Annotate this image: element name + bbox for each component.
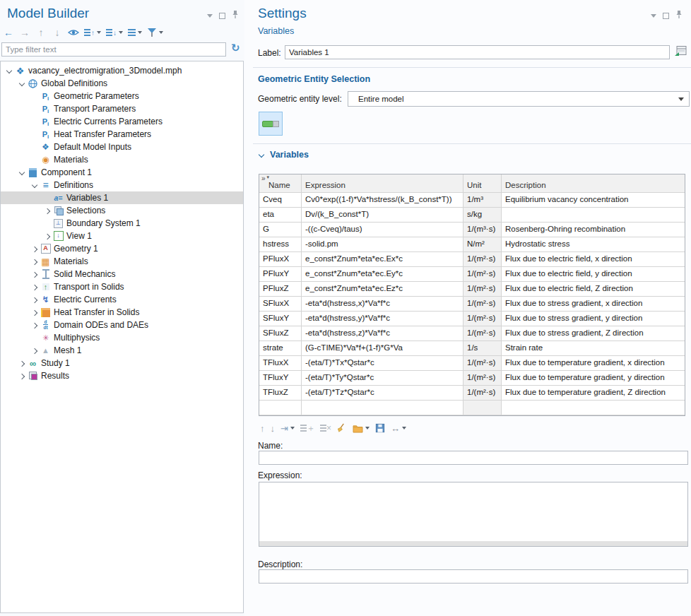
table-cell-description[interactable]: Flux due to stress gradient, x direction xyxy=(502,297,685,312)
tree-item-heat-transfer-parameters[interactable]: Heat Transfer Parameters xyxy=(1,128,243,141)
table-cell-name[interactable]: SFluxX xyxy=(259,297,302,312)
tree-item-study-1[interactable]: Study 1 xyxy=(1,357,243,369)
tree-item-geometric-parameters[interactable]: Geometric Parameters xyxy=(1,90,243,102)
add-row-icon[interactable]: ＋ xyxy=(300,422,314,434)
collapse-toggle-icon[interactable] xyxy=(18,166,27,179)
collapse-toggle-icon[interactable] xyxy=(5,64,14,77)
table-cell-description[interactable]: Flux due to electric field, Z direction xyxy=(502,282,685,297)
table-cell-name[interactable]: eta xyxy=(259,208,302,223)
table-cell-expression[interactable]: (G-cTIME)*Va*f+(1-f)*G*Va xyxy=(302,341,463,356)
tree-item-materials-global[interactable]: Materials xyxy=(1,153,243,166)
expand-all-icon[interactable]: ↑ xyxy=(84,26,101,39)
table-cell-description[interactable]: Equilibrium vacancy concentration xyxy=(502,193,685,208)
table-cell-expression[interactable]: e_const*Znum*eta*ec.Ez*c xyxy=(302,282,463,297)
tree-item-materials[interactable]: Materials xyxy=(1,255,243,268)
table-cell-unit[interactable]: 1/(m³·s) xyxy=(463,223,502,237)
table-cell-name[interactable]: PFluxZ xyxy=(259,282,302,297)
collapse-toggle-icon[interactable] xyxy=(18,77,27,90)
table-cell-unit[interactable]: 1/(m²·s) xyxy=(463,371,502,386)
pin-icon[interactable] xyxy=(232,10,239,21)
table-cell-description[interactable] xyxy=(502,208,685,223)
tree-item-selections[interactable]: Selections xyxy=(1,204,243,217)
table-cell-expression[interactable]: -(eta/T)*Ty*Qstar*c xyxy=(302,371,463,386)
tree-item-view-1[interactable]: View 1 xyxy=(1,230,243,242)
table-cell-expression[interactable]: -solid.pm xyxy=(302,237,463,252)
table-cell-description[interactable]: Flux due to electric field, x direction xyxy=(502,252,685,267)
table-cell-expression[interactable]: -((c-Cveq)/taus) xyxy=(302,223,463,237)
active-selection-toggle[interactable] xyxy=(259,112,283,136)
back-icon[interactable]: ← xyxy=(3,26,14,39)
table-cell-name[interactable]: PFluxX xyxy=(259,252,302,267)
geometric-entity-selection-heading[interactable]: Geometric Entity Selection xyxy=(258,74,370,84)
filter-input[interactable] xyxy=(1,42,226,57)
section-collapse-icon[interactable] xyxy=(259,152,266,159)
collapse-toggle-icon[interactable] xyxy=(30,179,40,191)
table-cell-unit[interactable]: N/m² xyxy=(463,237,502,252)
tree-item-component-1[interactable]: Component 1 xyxy=(1,166,243,179)
table-cell-description[interactable]: Flux due to temperature gradient, y dire… xyxy=(502,371,685,386)
panel-menu-icon[interactable] xyxy=(207,14,213,18)
table-cell-unit[interactable]: 1/(m²·s) xyxy=(463,267,502,282)
table-cell-description[interactable]: Flux due to temperature gradient, Z dire… xyxy=(502,386,685,401)
table-cell-name[interactable]: G xyxy=(259,223,302,237)
tree-item-domain-odes-daes[interactable]: Domain ODEs and DAEs xyxy=(1,319,243,331)
expand-toggle-icon[interactable] xyxy=(30,242,40,255)
expand-toggle-icon[interactable] xyxy=(30,268,40,280)
rename-apply-icon[interactable] xyxy=(674,45,687,59)
tree-item-global-definitions[interactable]: Global Definitions xyxy=(1,77,243,90)
save-to-file-icon[interactable] xyxy=(375,423,385,433)
expand-toggle-icon[interactable] xyxy=(30,255,40,268)
expand-toggle-icon[interactable] xyxy=(43,230,52,242)
pin-icon[interactable] xyxy=(675,10,683,21)
table-cell-unit[interactable]: s/kg xyxy=(463,208,502,223)
table-cell-unit[interactable]: 1/(m²·s) xyxy=(463,297,502,312)
tree-item-heat-transfer-in-solids[interactable]: Heat Transfer in Solids xyxy=(1,306,243,319)
model-tree-node-text-icon[interactable] xyxy=(128,26,142,39)
collapse-all-icon[interactable]: ↓ xyxy=(106,26,123,39)
tree-item-boundary-system-1[interactable]: Boundary System 1 xyxy=(1,217,243,230)
filter-icon[interactable] xyxy=(147,26,163,39)
table-cell-unit[interactable] xyxy=(463,401,502,415)
expand-toggle-icon[interactable] xyxy=(30,344,40,357)
table-cell-unit[interactable]: 1/(m²·s) xyxy=(463,386,502,401)
table-cell-expression[interactable]: Cv0*exp((1-f)*Va*hstress/(k_B_const*T)) xyxy=(302,193,463,208)
forward-icon[interactable]: → xyxy=(19,26,30,39)
move-up-icon[interactable]: ↑ xyxy=(35,26,47,39)
expression-input[interactable] xyxy=(259,482,688,547)
geometric-entity-level-select[interactable]: Entire model xyxy=(348,91,690,107)
float-window-icon[interactable] xyxy=(219,13,225,19)
table-cell-expression[interactable]: -(eta/T)*Tz*Qstar*c xyxy=(302,386,463,401)
table-cell-name[interactable] xyxy=(259,401,302,415)
table-cell-expression[interactable]: -eta*d(hstress,z)*Va*f*c xyxy=(302,326,463,341)
table-cell-description[interactable]: Flux due to stress gradient, Z direction xyxy=(502,326,685,341)
table-cell-name[interactable]: hstress xyxy=(259,237,302,252)
table-cell-unit[interactable]: 1/(m²·s) xyxy=(463,282,502,297)
table-cell-name[interactable]: strate xyxy=(259,341,302,356)
table-cell-expression[interactable]: Dv/(k_B_const*T) xyxy=(302,208,463,223)
tree-item-geometry-1[interactable]: Geometry 1 xyxy=(1,242,243,255)
tree-item-results[interactable]: Results xyxy=(1,369,243,382)
table-menu-icon[interactable]: » xyxy=(261,174,269,182)
clear-table-icon[interactable] xyxy=(336,423,347,434)
table-cell-name[interactable]: PFluxY xyxy=(259,267,302,282)
table-cell-description[interactable]: Hydrostatic stress xyxy=(502,237,685,252)
tree-item-transport-in-solids[interactable]: Transport in Solids xyxy=(1,280,243,293)
row-move-up-icon[interactable]: ↑ xyxy=(260,423,265,434)
table-cell-unit[interactable]: 1/s xyxy=(463,341,502,356)
settings-breadcrumb[interactable]: Variables xyxy=(258,26,294,36)
panel-menu-icon[interactable] xyxy=(651,14,656,18)
table-cell-unit[interactable]: 1/(m²·s) xyxy=(463,356,502,371)
tree-item-definitions[interactable]: Definitions xyxy=(1,179,243,191)
table-cell-unit[interactable]: 1/(m²·s) xyxy=(463,326,502,341)
row-move-down-icon[interactable]: ↓ xyxy=(271,423,276,434)
variables-section-heading[interactable]: Variables xyxy=(270,150,309,160)
move-down-icon[interactable]: ↓ xyxy=(52,26,63,39)
table-cell-name[interactable]: SFluxY xyxy=(259,312,302,326)
table-cell-expression[interactable]: -(eta/T)*Tx*Qstar*c xyxy=(302,356,463,371)
tree-item-electric-currents[interactable]: Electric Currents xyxy=(1,293,243,306)
table-cell-description[interactable]: Flux due to temperature gradient, x dire… xyxy=(502,356,685,371)
table-cell-description[interactable]: Flux due to electric field, y direction xyxy=(502,267,685,282)
label-input[interactable] xyxy=(285,45,670,59)
column-width-icon[interactable]: ↔ xyxy=(391,423,406,434)
table-cell-unit[interactable]: 1/m³ xyxy=(463,193,502,208)
